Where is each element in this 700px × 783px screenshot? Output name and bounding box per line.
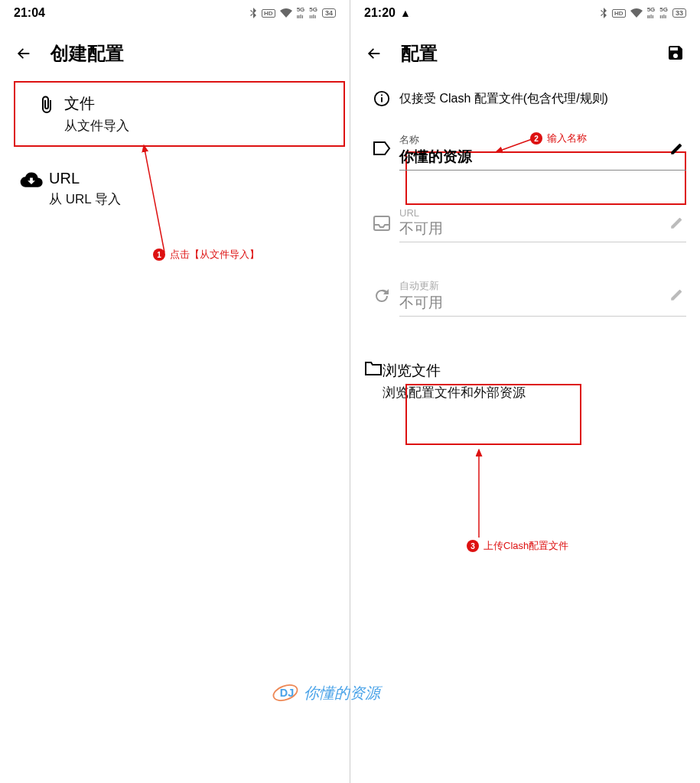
url-item-title: URL [49,170,336,187]
inbox-icon [373,215,391,232]
status-bar: 21:20 ▲ HD 5Gıılı 5Gıılı 33 [350,0,700,23]
svg-rect-4 [374,216,389,230]
save-button[interactable] [666,44,686,63]
svg-rect-3 [381,95,383,96]
back-button[interactable] [364,44,384,63]
annotation-text-2: 输入名称 [547,132,587,145]
file-item-title: 文件 [64,93,330,114]
annotation-badge-1: 1 [153,249,165,261]
bluetooth-icon [249,8,257,18]
info-text: 仅接受 Clash 配置文件(包含代理/规则) [399,91,608,107]
url-field-row: URL 不可用 [350,200,700,250]
edit-icon [669,288,683,302]
hd-icon: HD [612,9,626,18]
app-bar: 创建配置 [0,23,350,81]
browse-row[interactable]: 浏览文件 浏览配置文件和外部资源 [350,349,700,414]
annotation-2: 2 输入名称 [530,132,587,145]
label-icon [373,141,391,156]
browse-subtitle: 浏览配置文件和外部资源 [383,384,526,401]
hd-icon: HD [262,9,275,18]
left-screen: 21:04 HD 5Gıılı 5Gıılı 34 创建配置 文件 从文件导入 [0,0,350,783]
watermark-logo-icon: DJ [272,679,299,707]
battery-icon: 34 [322,8,336,18]
annotation-1: 1 点击【从文件导入】 [153,248,259,262]
edit-icon[interactable] [669,142,683,156]
status-bar: 21:04 HD 5Gıılı 5Gıılı 34 [0,0,350,23]
browse-title: 浏览文件 [383,361,526,381]
file-import-item[interactable]: 文件 从文件导入 [14,81,345,147]
auto-field-value: 不可用 [399,293,686,313]
name-field-value[interactable]: 你懂的资源 [399,147,686,167]
annotation-badge-3: 3 [467,540,479,552]
url-item-subtitle: 从 URL 导入 [49,190,336,208]
cat-icon: ▲ [400,7,411,19]
attachment-icon [37,95,56,115]
status-time: 21:04 [14,6,45,20]
app-bar: 配置 [350,23,700,81]
signal-5g-2: 5Gıılı [309,6,317,20]
wifi-icon [280,8,292,18]
svg-line-5 [496,138,534,152]
watermark-text: 你懂的资源 [304,683,380,703]
url-field-label: URL [399,207,686,219]
file-item-subtitle: 从文件导入 [64,117,330,135]
status-time: 21:20 [364,6,396,20]
info-row: 仅接受 Clash 配置文件(包含代理/规则) [350,81,700,116]
url-field-value: 不可用 [399,219,686,239]
svg-line-0 [144,145,164,252]
right-screen: 21:20 ▲ HD 5Gıılı 5Gıılı 33 配置 [350,0,700,783]
annotation-arrow-3 [471,447,487,539]
signal-5g-1: 5Gıılı [297,6,305,20]
annotation-badge-2: 2 [530,132,542,145]
info-icon [373,90,390,107]
svg-rect-2 [381,97,383,102]
signal-5g-2: 5Gıılı [659,6,668,20]
annotation-arrow-1 [138,141,176,256]
refresh-icon [373,287,391,305]
auto-update-row: 自动更新 不可用 [350,271,700,324]
annotation-text-1: 点击【从文件导入】 [170,248,259,262]
auto-field-label: 自动更新 [399,279,686,293]
page-title: 配置 [401,41,438,66]
annotation-3: 3 上传Clash配置文件 [467,539,568,553]
page-title: 创建配置 [50,41,124,66]
signal-5g-1: 5Gıılı [647,6,656,20]
wifi-icon [630,8,643,18]
edit-icon [669,216,683,230]
annotation-text-3: 上传Clash配置文件 [483,539,568,553]
back-button[interactable] [14,44,34,63]
cloud-download-icon [20,171,43,188]
folder-icon [364,361,383,376]
watermark: DJ 你懂的资源 [272,679,380,707]
svg-text:DJ: DJ [280,687,294,699]
bluetooth-icon [600,8,607,18]
battery-icon: 33 [672,8,686,18]
